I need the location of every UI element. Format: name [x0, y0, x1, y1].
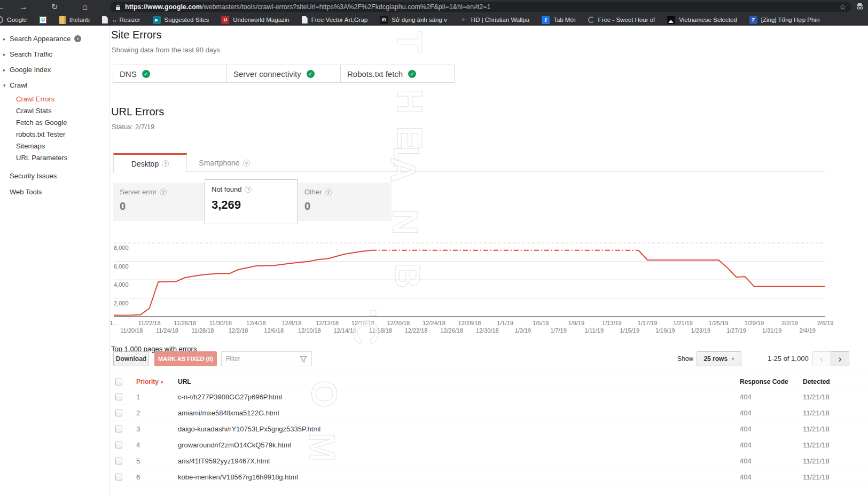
sidebar-item-label: Crawl — [10, 81, 27, 89]
tab-desktop[interactable]: Desktop — [113, 153, 187, 172]
bookmark-item[interactable]: U — [39, 16, 47, 24]
x-tick-label: 12/4/18 — [238, 320, 273, 326]
bookmark-item[interactable]: UUnderworld Magazin — [221, 16, 289, 24]
sidebar-item-crawl[interactable]: Crawl — [0, 77, 109, 93]
sidebar-item-fetch-as-google[interactable]: Fetch as Google — [0, 116, 109, 128]
bookmark-item[interactable]: ↔ Resizer — [102, 16, 140, 23]
prev-page-button[interactable] — [812, 351, 831, 366]
ultraiso-icon: U — [39, 16, 47, 24]
extension-profile-icon[interactable] — [855, 2, 864, 11]
row-url[interactable]: growaround/rf2zmO14CkQ579k.html — [178, 437, 291, 453]
sidebar-item-search-traffic[interactable]: Search Traffic — [0, 46, 109, 62]
sidebar-item-web-tools[interactable]: Web Tools — [0, 184, 109, 200]
x-tick-label: 12/26/18 — [434, 327, 470, 334]
table-row[interactable]: 4growaround/rf2zmO14CkQ579k.html40411/21… — [110, 437, 868, 453]
table-row[interactable]: 5aris/41fT9592yyz19467X.html40411/21/18 — [110, 453, 868, 469]
row-url[interactable]: kobe-menken/V18567rg16h9918g.html — [178, 469, 298, 485]
download-button[interactable]: Download — [113, 351, 149, 366]
card-server-error[interactable]: Server error 0 — [113, 183, 205, 221]
row-url[interactable]: daigo-kuradashi/rY10753LPx5gngz5335P.htm… — [178, 421, 320, 437]
check-server-connectivity[interactable]: Server connectivity — [226, 65, 341, 83]
row-priority: 3 — [136, 421, 140, 437]
bookmark-item[interactable]: thelanb — [59, 16, 90, 24]
back-icon[interactable]: ← — [0, 2, 5, 12]
bookmark-item[interactable]: iDSử dụng ánh sáng v — [380, 16, 447, 24]
bookmark-item[interactable]: Free Vector Art,Grap — [302, 16, 367, 23]
address-bar[interactable]: https://www.google.com/webmasters/tools/… — [110, 2, 851, 12]
sidebar-item-search-appearance[interactable]: Search Appearance — [0, 31, 109, 46]
help-icon[interactable] — [243, 160, 250, 167]
card-other[interactable]: Other 0 — [298, 183, 392, 221]
next-page-button[interactable] — [831, 351, 849, 366]
help-icon[interactable] — [245, 186, 252, 193]
row-response-code: 404 — [740, 405, 752, 421]
x-tick-label: 1/1/19 — [488, 320, 523, 326]
sidebar-item-security-issues[interactable]: Security Issues — [0, 168, 109, 184]
help-icon[interactable] — [160, 188, 167, 195]
x-tick-label: 2/4/19 — [790, 327, 825, 334]
bookmark-label: Tab Mới — [553, 17, 575, 23]
row-checkbox[interactable] — [115, 426, 122, 432]
column-priority[interactable]: Priority — [136, 374, 163, 390]
help-icon[interactable] — [325, 188, 332, 195]
row-checkbox[interactable] — [115, 458, 122, 464]
table-row[interactable]: 2amiami/mxe584llxma5122G.html40411/21/18 — [110, 405, 868, 421]
x-tick-label: 11/30/18 — [203, 320, 238, 326]
site-errors-title: Site Errors — [111, 29, 161, 41]
row-checkbox[interactable] — [115, 393, 122, 400]
x-tick-label: 1/5/19 — [523, 320, 558, 326]
select-all-checkbox[interactable] — [115, 379, 122, 385]
table-row[interactable]: 6kobe-menken/V18567rg16h9918g.html40411/… — [110, 469, 868, 485]
card-value: 0 — [304, 200, 385, 212]
sidebar-item-url-parameters[interactable]: URL Parameters — [0, 152, 109, 163]
bookmark-label: Vietnamese Selected — [679, 17, 737, 23]
swirl-icon — [588, 17, 595, 23]
bookmark-item[interactable]: ▶Suggested Sites — [153, 16, 209, 24]
x-tick-label: 1/9/19 — [559, 320, 594, 326]
row-detected: 11/21/18 — [803, 421, 830, 437]
bookmark-item[interactable]: Z[Zing] Tổng Hợp Phin — [749, 16, 820, 24]
help-icon[interactable] — [162, 160, 169, 167]
bookmark-item[interactable]: Free - Sweet Hour of — [588, 17, 655, 23]
sidebar-item-crawl-errors[interactable]: Crawl Errors — [0, 93, 109, 105]
sidebar-item-google-index[interactable]: Google Index — [0, 62, 109, 77]
row-checkbox[interactable] — [115, 442, 122, 448]
sidebar-item-robots-txt-tester[interactable]: robots.txt Tester — [0, 128, 109, 140]
table-row[interactable]: 1c-n-t/h277P3908GG27p696P.html40411/21/1… — [110, 389, 868, 405]
bookmark-item[interactable]: Vietnamese Selected — [667, 16, 737, 24]
check-dns[interactable]: DNS — [113, 65, 227, 83]
check-robots-fetch[interactable]: Robots.txt fetch — [340, 65, 455, 83]
x-tick-label: 12/14/18 — [327, 327, 363, 334]
filter-input[interactable] — [222, 352, 296, 366]
bookmark-item[interactable]: ✦HD | Christian Wallpa — [459, 16, 529, 24]
forward-icon[interactable]: → — [19, 2, 28, 12]
x-tick-label: 1/15/19 — [612, 327, 647, 334]
bookmark-item[interactable]: Google — [0, 16, 27, 23]
x-tick-label: 12/18/18 — [363, 327, 398, 334]
row-checkbox[interactable] — [115, 474, 122, 481]
column-detected: Detected — [803, 374, 830, 390]
reload-icon[interactable]: ↻ — [51, 2, 58, 12]
sidebar-item-crawl-stats[interactable]: Crawl Stats — [0, 105, 109, 116]
bookmark-item[interactable]: fTab Mới — [542, 16, 575, 24]
sidebar-item-sitemaps[interactable]: Sitemaps — [0, 140, 109, 152]
row-checkbox[interactable] — [115, 410, 122, 416]
tab-smartphone[interactable]: Smartphone — [187, 153, 262, 172]
x-tick-label: 1/17/19 — [630, 320, 665, 326]
mark-as-fixed-button[interactable]: MARK AS FIXED (0) — [154, 351, 217, 366]
card-label: Server error — [120, 188, 157, 196]
sidebar-item-label: Search Traffic — [10, 50, 52, 58]
bookmark-label: Free Vector Art,Grap — [311, 17, 367, 23]
row-url[interactable]: c-n-t/h277P3908GG27p696P.html — [178, 389, 282, 405]
row-url[interactable]: aris/41fT9592yyz19467X.html — [178, 453, 270, 469]
bookmark-star-icon[interactable]: ☆ — [839, 3, 846, 11]
table-row[interactable]: 3daigo-kuradashi/rY10753LPx5gngz5335P.ht… — [110, 421, 868, 437]
row-detected: 11/21/18 — [803, 405, 830, 421]
x-tick-label: 12/20/18 — [381, 320, 416, 326]
rows-per-page-dropdown[interactable]: 25 rows — [697, 351, 741, 366]
sidebar-item-label: Google Index — [10, 66, 51, 74]
row-response-code: 404 — [740, 437, 752, 453]
card-not-found[interactable]: Not found 3,269 — [205, 179, 298, 224]
row-url[interactable]: amiami/mxe584llxma5122G.html — [178, 405, 279, 421]
home-icon[interactable]: ⌂ — [82, 2, 88, 12]
